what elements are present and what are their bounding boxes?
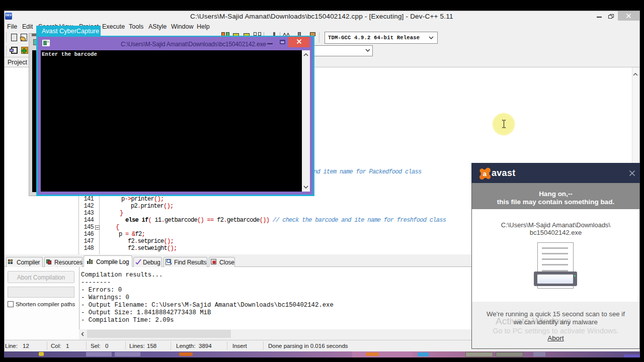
svg-text:a: a bbox=[483, 170, 487, 177]
